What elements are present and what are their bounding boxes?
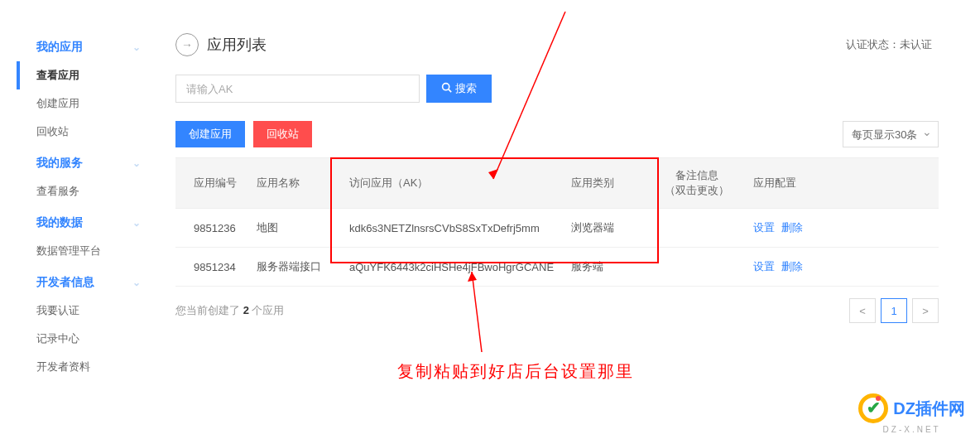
sidebar-item-create-app[interactable]: 创建应用 — [17, 89, 166, 118]
chevron-down-icon: ⌄ — [132, 41, 141, 53]
sidebar-item-certify[interactable]: 我要认证 — [17, 297, 166, 325]
create-app-button[interactable]: 创建应用 — [175, 121, 245, 147]
watermark-logo-icon: ✔ — [858, 393, 888, 423]
th-name: 应用名称 — [250, 158, 333, 209]
sidebar-item-recycle[interactable]: 回收站 — [17, 118, 166, 146]
search-icon — [441, 82, 452, 95]
sidebar-item-record-center[interactable]: 记录中心 — [17, 325, 166, 353]
pager-prev[interactable]: < — [849, 298, 876, 323]
sidebar-group-my-data[interactable]: 我的数据 ⌄ — [17, 209, 166, 237]
sidebar-item-view-apps[interactable]: 查看应用 — [17, 61, 166, 89]
sidebar-group-label: 开发者信息 — [36, 275, 94, 290]
sidebar-group-my-apps[interactable]: 我的应用 ⌄ — [17, 33, 166, 61]
sidebar-item-developer-docs[interactable]: 开发者资料 — [17, 353, 166, 381]
count-text: 您当前创建了 2 个应用 — [175, 303, 284, 318]
chevron-down-icon: ⌄ — [132, 157, 141, 169]
sidebar-group-label: 我的应用 — [36, 40, 83, 55]
chevron-down-icon: ⌄ — [132, 217, 141, 229]
app-table: 应用编号 应用名称 访问应用（AK） 应用类别 备注信息 （双击更改） 应用配置… — [175, 157, 939, 287]
pager-next[interactable]: > — [912, 298, 939, 323]
th-id: 应用编号 — [175, 158, 250, 209]
settings-link[interactable]: 设置 — [753, 260, 775, 273]
recycle-button[interactable]: 回收站 — [253, 121, 312, 147]
pager-page-1[interactable]: 1 — [881, 298, 907, 323]
table-row: 9851236 地图 kdk6s3NETZlnsrsCVbS8SxTxDefrj… — [175, 209, 939, 248]
page-size-select[interactable]: 每页显示30条 — [843, 121, 939, 147]
th-type: 应用类别 — [564, 158, 647, 209]
th-remark: 备注信息 （双击更改） — [647, 158, 747, 209]
chevron-down-icon: ⌄ — [132, 277, 141, 288]
sidebar-item-view-services[interactable]: 查看服务 — [17, 177, 166, 205]
delete-link[interactable]: 删除 — [781, 221, 803, 234]
th-ak: 访问应用（AK） — [333, 158, 564, 209]
search-button[interactable]: 搜索 — [426, 75, 492, 103]
sidebar-group-developer-info[interactable]: 开发者信息 ⌄ — [17, 268, 166, 297]
sidebar-group-label: 我的数据 — [36, 215, 83, 230]
svg-line-1 — [449, 89, 451, 92]
svg-point-0 — [443, 84, 449, 90]
delete-link[interactable]: 删除 — [781, 260, 803, 273]
auth-status: 认证状态：未认证 — [846, 37, 932, 52]
sidebar-group-my-services[interactable]: 我的服务 ⌄ — [17, 149, 166, 177]
sidebar-group-label: 我的服务 — [36, 156, 83, 171]
th-config: 应用配置 — [747, 158, 939, 209]
search-input[interactable] — [175, 75, 420, 103]
settings-link[interactable]: 设置 — [753, 221, 775, 234]
page-title: 应用列表 — [207, 35, 267, 55]
sidebar-item-data-platform[interactable]: 数据管理平台 — [17, 237, 166, 265]
back-arrow-icon[interactable]: → — [175, 33, 199, 56]
table-row: 9851234 服务器端接口 aQuYFK6443k2ciHSHe4jFBwoH… — [175, 248, 939, 287]
pager: < 1 > — [849, 298, 939, 323]
sidebar: 我的应用 ⌄ 查看应用 创建应用 回收站 我的服务 ⌄ 查看服务 我的数据 ⌄ … — [0, 0, 166, 384]
main-content: → 应用列表 认证状态：未认证 搜索 创建应用 回收站 — [166, 0, 980, 384]
watermark: ✔ DZ插件网 DZ-X.NET — [858, 393, 965, 434]
